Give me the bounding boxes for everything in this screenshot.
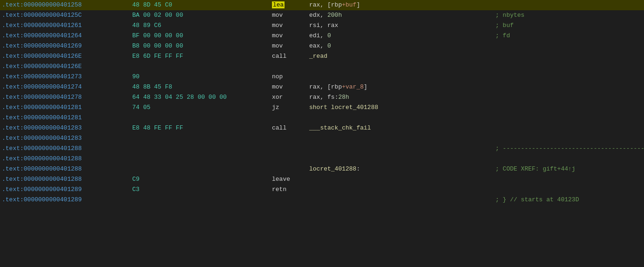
disasm-line: .text:000000000040127448 8B 45 F8movrax,… (0, 82, 644, 92)
disasm-bytes: E8 48 FE FF FF (132, 123, 272, 133)
disasm-address: .text:0000000000401269 (2, 41, 132, 51)
disasm-operands: rax, [rbp+buf] (309, 0, 495, 10)
disasm-mnemonic: mov (272, 21, 309, 31)
disasm-line: .text:0000000000401283E8 48 FE FF FFcall… (0, 123, 644, 133)
disasm-line: .text:000000000040128174 05jzshort locre… (0, 103, 644, 113)
disasm-operands: edx, 200h (309, 10, 495, 21)
disasm-address: .text:0000000000401264 (2, 31, 132, 41)
disasm-address: .text:0000000000401261 (2, 21, 132, 31)
disasm-address: .text:0000000000401281 (2, 103, 132, 113)
disasm-mnemonic: leave (272, 174, 309, 185)
disasm-mnemonic: mov (272, 10, 309, 21)
disasm-address: .text:0000000000401288 (2, 144, 132, 154)
disasm-bytes: BA 00 02 00 00 (132, 10, 272, 21)
disasm-bytes: 48 8D 45 C0 (132, 0, 272, 10)
disasm-operands: short locret_401288 (309, 103, 495, 113)
disasm-line: .text:000000000040127390nop (0, 72, 644, 82)
disasm-line: .text:000000000040127864 48 33 04 25 28 … (0, 92, 644, 103)
disasm-address: .text:0000000000401273 (2, 72, 132, 82)
disasm-comment: ; } // starts at 40123D (495, 195, 579, 205)
disasm-address: .text:0000000000401289 (2, 195, 132, 205)
disasm-operands: _read (309, 51, 495, 62)
disasm-address: .text:0000000000401258 (2, 0, 132, 10)
disasm-line: .text:0000000000401288locret_401288:; CO… (0, 164, 644, 174)
disasm-line: .text:000000000040125848 8D 45 C0learax,… (0, 0, 644, 10)
disasm-operands: rsi, rax (309, 21, 495, 31)
disasm-line: .text:000000000040126EE8 6D FE FF FFcall… (0, 51, 644, 62)
disasm-bytes: C3 (132, 185, 272, 195)
disasm-address: .text:0000000000401278 (2, 92, 132, 103)
disasm-bytes: 48 8B 45 F8 (132, 82, 272, 92)
disasm-mnemonic: mov (272, 41, 309, 51)
disasm-address: .text:0000000000401283 (2, 133, 132, 144)
disasm-line: .text:0000000000401269B8 00 00 00 00move… (0, 41, 644, 51)
disasm-line: .text:0000000000401264BF 00 00 00 00move… (0, 31, 644, 41)
disasm-address: .text:0000000000401281 (2, 113, 132, 123)
disasm-bytes: 74 05 (132, 103, 272, 113)
disasm-line: .text:0000000000401288C9leave (0, 174, 644, 185)
disasm-bytes: E8 6D FE FF FF (132, 51, 272, 62)
disasm-mnemonic: lea (272, 0, 309, 10)
disasm-address: .text:0000000000401288 (2, 174, 132, 185)
disasm-bytes: 64 48 33 04 25 28 00 00 00 (132, 92, 272, 103)
disasm-comment: ; buf (495, 21, 514, 31)
disasm-comment: ; --------------------------------------… (495, 144, 644, 154)
disasm-comment: ; nbytes (495, 10, 524, 21)
disassembly-view: .text:000000000040125848 8D 45 C0learax,… (0, 0, 644, 267)
disasm-bytes: 90 (132, 72, 272, 82)
disasm-mnemonic: call (272, 123, 309, 133)
disasm-line: .text:0000000000401289C3retn (0, 185, 644, 195)
disasm-line: .text:0000000000401283 (0, 133, 644, 144)
disasm-operands: rax, fs:28h (309, 92, 495, 103)
disasm-line: .text:0000000000401289; } // starts at 4… (0, 195, 644, 205)
disasm-line: .text:0000000000401288; ----------------… (0, 144, 644, 154)
disasm-comment: ; fd (495, 31, 510, 41)
disasm-operands: eax, 0 (309, 41, 495, 51)
disasm-line: .text:0000000000401281 (0, 113, 644, 123)
disasm-mnemonic: jz (272, 103, 309, 113)
disasm-bytes: C9 (132, 174, 272, 185)
disasm-line: .text:000000000040126E (0, 62, 644, 72)
disasm-mnemonic: mov (272, 31, 309, 41)
disasm-address: .text:0000000000401283 (2, 123, 132, 133)
disasm-operands: edi, 0 (309, 31, 495, 41)
disasm-line: .text:000000000040126148 89 C6movrsi, ra… (0, 21, 644, 31)
disasm-address: .text:000000000040126E (2, 51, 132, 62)
disasm-mnemonic: mov (272, 82, 309, 92)
disasm-line: .text:0000000000401288 (0, 154, 644, 164)
disasm-mnemonic: xor (272, 92, 309, 103)
disasm-address: .text:0000000000401289 (2, 185, 132, 195)
disasm-address: .text:0000000000401274 (2, 82, 132, 92)
disasm-address: .text:0000000000401288 (2, 164, 132, 174)
disasm-address: .text:000000000040125C (2, 10, 132, 21)
disasm-bytes: B8 00 00 00 00 (132, 41, 272, 51)
disasm-mnemonic: nop (272, 72, 309, 82)
disasm-mnemonic: retn (272, 185, 309, 195)
disasm-comment: ; CODE XREF: gift+44↑j (495, 164, 576, 174)
disasm-operands: ___stack_chk_fail (309, 123, 495, 133)
disasm-bytes: 48 89 C6 (132, 21, 272, 31)
disasm-line: .text:000000000040125CBA 00 02 00 00move… (0, 10, 644, 21)
disasm-operands: rax, [rbp+var_8] (309, 82, 495, 92)
disasm-mnemonic: call (272, 51, 309, 62)
disasm-bytes: BF 00 00 00 00 (132, 31, 272, 41)
disasm-address: .text:000000000040126E (2, 62, 132, 72)
disasm-address: .text:0000000000401288 (2, 154, 132, 164)
disasm-operands: locret_401288: (309, 164, 495, 174)
